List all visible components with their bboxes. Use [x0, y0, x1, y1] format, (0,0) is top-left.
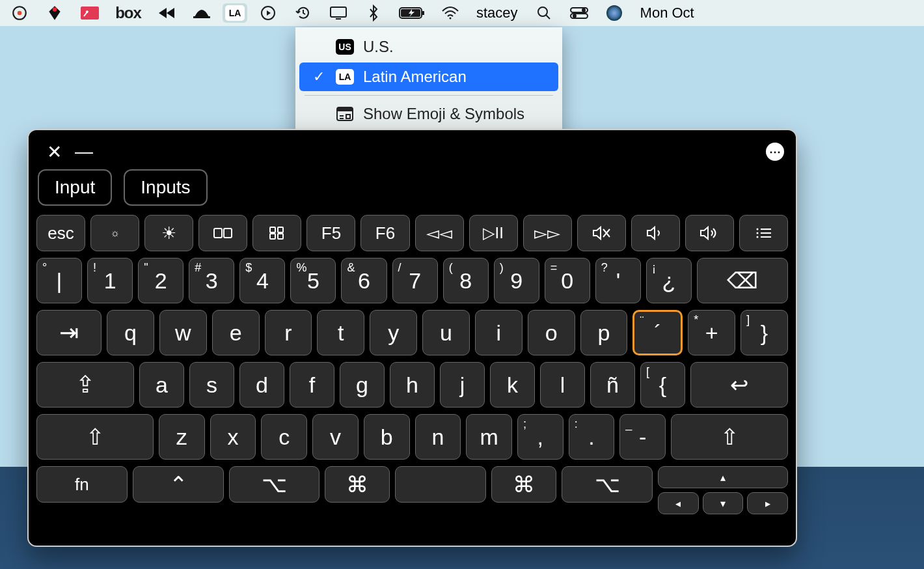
key-|[interactable]: °|	[36, 258, 82, 303]
key-.[interactable]: :.	[569, 414, 615, 460]
key-5[interactable]: %5	[290, 258, 336, 303]
key-arrow-right[interactable]: ▸	[747, 492, 788, 514]
key-9[interactable]: )9	[494, 258, 539, 303]
key-b[interactable]: b	[364, 414, 410, 460]
key-volume-up[interactable]	[685, 215, 734, 251]
key-tab[interactable]: ⇥	[36, 310, 102, 355]
key-u[interactable]: u	[422, 310, 470, 355]
key-mute[interactable]	[577, 215, 626, 251]
key-play-pause[interactable]: ▷II	[469, 215, 518, 251]
play-circle-icon[interactable]	[254, 0, 282, 26]
key-list[interactable]	[739, 215, 788, 251]
key-v[interactable]: v	[312, 414, 359, 460]
key-2[interactable]: "2	[138, 258, 183, 303]
key-return[interactable]: ↩	[690, 362, 788, 408]
key-s[interactable]: s	[189, 362, 234, 408]
user-name[interactable]: stacey	[471, 5, 523, 21]
display-icon[interactable]	[324, 0, 353, 26]
close-icon[interactable]: ✕	[40, 141, 68, 163]
suggestion-2[interactable]: Inputs	[124, 169, 207, 206]
key-backspace[interactable]: ⌫	[697, 258, 788, 303]
key-y[interactable]: y	[370, 310, 417, 355]
key-fn[interactable]: fn	[36, 466, 128, 503]
key-ñ[interactable]: ñ	[590, 362, 635, 408]
key-g[interactable]: g	[340, 362, 385, 408]
key-k[interactable]: k	[490, 362, 535, 408]
key-x[interactable]: x	[210, 414, 256, 460]
input-source-menubar[interactable]: LA	[223, 3, 247, 23]
key-j[interactable]: j	[440, 362, 485, 408]
key-p[interactable]: p	[580, 310, 628, 355]
key-a[interactable]: a	[139, 362, 184, 408]
bluetooth-icon[interactable]	[359, 0, 388, 26]
key-4[interactable]: $4	[239, 258, 285, 303]
hat-icon[interactable]	[187, 0, 216, 26]
key--[interactable]: _-	[619, 414, 666, 460]
date-time[interactable]: Mon Oct	[635, 5, 700, 21]
key-control[interactable]: ⌃	[133, 466, 224, 503]
siri-icon[interactable]	[600, 0, 629, 26]
app-icon-1[interactable]	[5, 0, 34, 26]
key-'[interactable]: ?'	[595, 258, 641, 303]
key-t[interactable]: t	[317, 310, 364, 355]
key-r[interactable]: r	[265, 310, 312, 355]
key-6[interactable]: &6	[341, 258, 387, 303]
key-fast-forward[interactable]: ▻▻	[523, 215, 572, 251]
key-o[interactable]: o	[528, 310, 575, 355]
key-c[interactable]: c	[261, 414, 307, 460]
key-,[interactable]: ;,	[517, 414, 564, 460]
key-volume-down[interactable]	[631, 215, 680, 251]
key-option-left[interactable]: ⌥	[229, 466, 320, 503]
key-+[interactable]: *+	[688, 310, 735, 355]
spotlight-icon[interactable]	[530, 0, 558, 26]
key-command-right[interactable]: ⌘	[491, 466, 556, 503]
key-option-right[interactable]: ⌥	[562, 466, 653, 503]
minimize-icon[interactable]: —	[68, 141, 100, 162]
key-w[interactable]: w	[159, 310, 207, 355]
key-f6[interactable]: F6	[360, 215, 409, 251]
input-source-us[interactable]: US U.S.	[299, 33, 558, 61]
key-8[interactable]: (8	[443, 258, 489, 303]
key-h[interactable]: h	[390, 362, 435, 408]
key-i[interactable]: i	[475, 310, 523, 355]
more-icon[interactable]: ⋯	[766, 143, 784, 161]
key-arrow-down[interactable]: ▾	[703, 492, 744, 514]
key-m[interactable]: m	[466, 414, 512, 460]
input-source-latin-american[interactable]: ✓ LA Latin American	[299, 62, 558, 91]
key-rewind[interactable]: ◅◅	[415, 215, 464, 251]
key-3[interactable]: #3	[189, 258, 234, 303]
key-shift-right[interactable]: ⇧	[671, 414, 788, 460]
key-1[interactable]: !1	[87, 258, 133, 303]
key-d[interactable]: d	[239, 362, 284, 408]
key-brightness-up[interactable]: ☀	[144, 215, 193, 251]
wifi-icon[interactable]	[436, 0, 465, 26]
time-machine-icon[interactable]	[289, 0, 318, 26]
key-f[interactable]: f	[290, 362, 334, 408]
show-emoji-symbols[interactable]: Show Emoji & Symbols	[299, 100, 558, 128]
key-´[interactable]: ¨´	[632, 310, 683, 355]
app-icon-3[interactable]	[75, 0, 104, 26]
key-{[interactable]: [{	[640, 362, 685, 408]
key-f5[interactable]: F5	[306, 215, 355, 251]
key-l[interactable]: l	[540, 362, 585, 408]
key-0[interactable]: =0	[545, 258, 590, 303]
key-shift-left[interactable]: ⇧	[36, 414, 154, 460]
key-n[interactable]: n	[415, 414, 461, 460]
key-caps-lock[interactable]: ⇪	[36, 362, 134, 408]
box-icon[interactable]: box	[111, 0, 146, 26]
key-q[interactable]: q	[107, 310, 154, 355]
key-space[interactable]	[395, 466, 486, 503]
key-z[interactable]: z	[159, 414, 205, 460]
key-}[interactable]: ]}	[741, 310, 788, 355]
key-esc[interactable]: esc	[36, 215, 85, 251]
key-brightness-down[interactable]: ☼	[90, 215, 139, 251]
key-arrow-up[interactable]: ▴	[658, 466, 788, 488]
key-e[interactable]: e	[212, 310, 260, 355]
control-center-icon[interactable]	[565, 0, 593, 26]
key-7[interactable]: /7	[392, 258, 438, 303]
app-icon-2[interactable]	[40, 0, 69, 26]
key-mission-control[interactable]	[198, 215, 247, 251]
key-¿[interactable]: ¡¿	[646, 258, 692, 303]
key-arrow-left[interactable]: ◂	[658, 492, 699, 514]
battery-icon[interactable]	[394, 0, 429, 26]
